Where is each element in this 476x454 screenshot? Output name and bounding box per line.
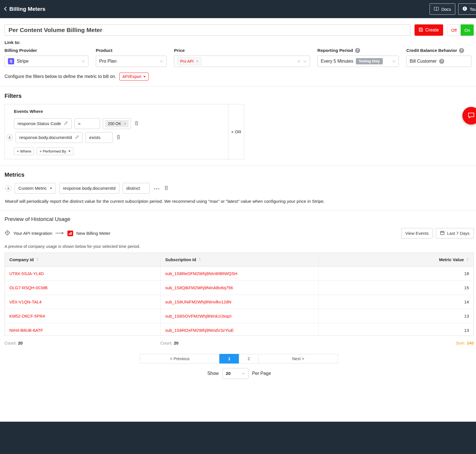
metric-value-cell: 13 <box>319 323 474 336</box>
api-integration-label: Your API Integration <box>13 231 52 236</box>
subscription-id-cell[interactable]: sub_1S8ROxFM2Whj9NIndV3zYiuE <box>161 323 319 336</box>
help-icon[interactable]: ? <box>355 48 360 53</box>
toggle-off-button[interactable]: Off <box>447 24 461 36</box>
api-export-button[interactable]: API/Export <box>119 73 149 81</box>
page-size-row: Show 20 Per Page <box>5 368 474 388</box>
billing-provider-value: Stripe <box>17 59 29 64</box>
configure-text: Configure the filters below to define th… <box>5 74 116 79</box>
chat-bubble-icon <box>467 111 475 120</box>
metric-type-select[interactable]: Custom Metric <box>15 183 56 194</box>
save-icon <box>419 28 423 33</box>
chip-remove-icon[interactable]: × <box>124 122 126 126</box>
add-or-button[interactable]: + OR <box>228 104 244 159</box>
docs-button[interactable]: Docs <box>430 3 455 15</box>
topbar: Billing Meters Docs Tour <box>0 0 476 18</box>
company-id-cell[interactable]: UT8X-5SJA-YL4D <box>5 267 161 281</box>
chevron-down-icon <box>242 372 245 375</box>
reporting-period-label: Reporting Period ? <box>317 48 399 53</box>
chevron-down-icon <box>160 60 163 62</box>
clear-icon[interactable]: × <box>298 59 300 64</box>
back-button[interactable] <box>3 6 7 12</box>
create-button[interactable]: Create <box>415 24 443 36</box>
add-performed-by-button[interactable]: + Performed By <box>37 147 73 155</box>
filter-value-chip: 200 OK × <box>105 120 129 127</box>
reporting-period-select[interactable]: Every 5 Minutes Testing Only <box>317 56 399 67</box>
column-header-subscription-id[interactable]: Subscription Id <box>161 253 319 267</box>
pencil-icon <box>64 121 68 126</box>
chip-remove-icon[interactable]: × <box>196 59 198 63</box>
delete-filter-button[interactable] <box>116 134 121 141</box>
view-events-button[interactable]: View Events <box>401 228 433 238</box>
meter-name-input[interactable] <box>5 24 411 36</box>
filter-field-button[interactable]: response.Status Code <box>14 118 72 129</box>
toggle-on-button[interactable]: On <box>461 24 474 36</box>
filter-row: & response.body.documentId exists <box>7 132 224 143</box>
filter-value-select[interactable]: 200 OK × <box>103 118 131 129</box>
add-where-button[interactable]: + Where <box>14 147 34 155</box>
tour-button[interactable]: Tour <box>458 3 476 15</box>
events-where-title: Events Where <box>14 109 228 114</box>
arrow-right-icon <box>55 231 64 236</box>
metrics-heading: Metrics <box>5 172 474 178</box>
show-label: Show <box>207 371 219 376</box>
preview-description: A preview of company usage is shown belo… <box>5 244 474 249</box>
metric-field-select[interactable]: response.body.documentId <box>59 183 119 194</box>
subscription-count: 20 <box>174 341 178 345</box>
subscription-id-cell[interactable]: sub_1S8QtkFM2Whj9NInABv6q756 <box>161 281 319 295</box>
price-chip-label: Pro API <box>180 59 194 64</box>
page-2-button[interactable]: 2 <box>239 354 259 364</box>
filter-field-button[interactable]: response.body.documentId <box>16 132 83 143</box>
product-select[interactable]: Pro Plan <box>96 56 167 67</box>
billing-provider-select[interactable]: S Stripe <box>5 56 88 67</box>
page-1-button[interactable]: 1 <box>219 354 239 364</box>
company-id-cell[interactable]: NIH4-B8UB-6ATF <box>5 323 161 336</box>
column-header-metric-value[interactable]: Metric Value <box>319 253 474 267</box>
next-page-button[interactable]: Next > <box>258 354 338 364</box>
stripe-logo-icon: S <box>8 58 14 64</box>
company-id-cell[interactable]: OLG7-RSQH-0CMB <box>5 281 161 295</box>
sort-icon <box>466 257 469 262</box>
subscription-id-cell[interactable]: sub_1S8ReDFM2Whj9NIn9I9RWQSH <box>161 267 319 281</box>
more-options-button[interactable] <box>153 186 160 191</box>
trash-icon <box>134 121 139 126</box>
delete-filter-button[interactable] <box>134 120 139 127</box>
new-billing-meter-label: New Billing Meter <box>76 231 110 236</box>
company-id-cell[interactable]: KM52-D6CF-5PR4 <box>5 309 161 323</box>
company-id-cell[interactable]: VEII-V1QN-TAL4 <box>5 295 161 309</box>
add-performed-by-label: + Performed By <box>39 149 66 153</box>
metric-field-value: response.body.documentId <box>63 186 116 191</box>
sort-icon <box>36 257 39 262</box>
per-page-label: Per Page <box>252 371 271 376</box>
and-joiner-badge: & <box>7 134 13 141</box>
subscription-id-cell[interactable]: sub_1S8UNiFM2Whj9NInvlkv12dN <box>161 295 319 309</box>
help-icon[interactable]: ? <box>439 59 444 64</box>
column-header-company-id[interactable]: Company Id <box>5 253 161 267</box>
main-content: Create Off On Link to: Billing Provider … <box>0 18 476 422</box>
calendar-icon <box>440 231 445 236</box>
page-size-select[interactable]: 20 <box>222 368 248 379</box>
chevron-down-icon <box>392 60 396 62</box>
target-icon <box>5 230 10 237</box>
metric-aggregation-select[interactable]: distinct <box>123 183 150 194</box>
filter-operator-select[interactable]: exists <box>86 132 113 143</box>
section-divider <box>0 165 476 165</box>
date-range-button[interactable]: Last 7 Days <box>436 228 474 238</box>
product-label: Product <box>96 48 167 53</box>
tour-label: Tour <box>470 7 476 12</box>
preview-heading: Preview of Historical Usage <box>5 216 474 222</box>
table-row: VEII-V1QN-TAL4 sub_1S8UNiFM2Whj9NInvlkv1… <box>5 295 474 309</box>
credit-balance-select[interactable]: Bill Customer ? <box>406 56 471 67</box>
price-chip: Pro API × <box>177 57 201 65</box>
pencil-icon <box>75 135 79 140</box>
delete-metric-button[interactable] <box>163 185 169 192</box>
price-select[interactable]: Pro API × × <box>174 56 310 67</box>
product-value: Pro Plan <box>99 59 116 64</box>
filter-operator-select[interactable]: = <box>75 118 100 129</box>
help-icon[interactable]: ? <box>459 48 464 53</box>
date-range-label: Last 7 Days <box>447 231 469 236</box>
price-label: Price <box>174 48 310 53</box>
info-icon <box>462 6 467 12</box>
previous-page-button[interactable]: < Previous <box>140 354 220 364</box>
integration-row: Your API Integration New Billing Meter V… <box>5 228 474 238</box>
subscription-id-cell[interactable]: sub_1S8SOVFM2Whj9NInk1I3xqzI <box>161 309 319 323</box>
